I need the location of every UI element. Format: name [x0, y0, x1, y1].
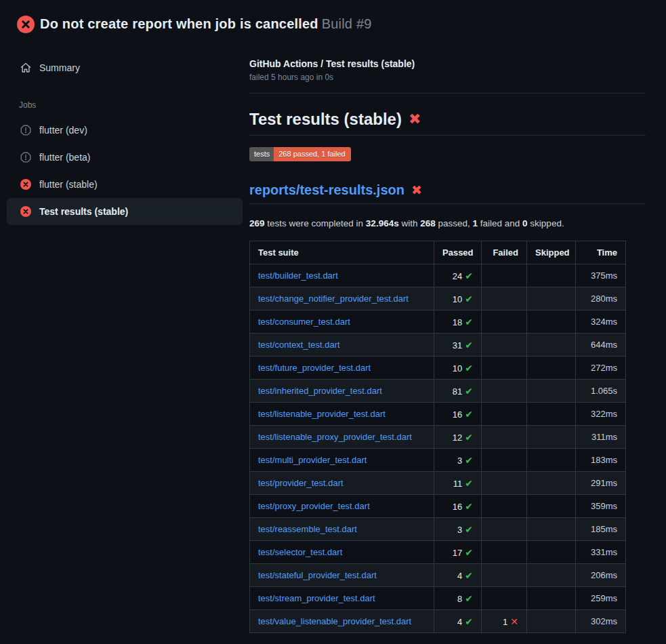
skipped-cell [527, 587, 576, 610]
sidebar-item-summary[interactable]: Summary [7, 54, 243, 81]
failed-cell [482, 380, 527, 403]
failed-cell [482, 472, 527, 495]
passed-cell: 8✔ [434, 587, 482, 610]
time-cell: 302ms [576, 610, 626, 633]
table-row: test/future_provider_test.dart10✔272ms [250, 357, 626, 380]
col-header-failed: Failed [482, 241, 527, 264]
suite-link[interactable]: test/consumer_test.dart [258, 317, 350, 327]
table-row: test/provider_test.dart11✔291ms [250, 472, 626, 495]
time-cell: 259ms [576, 587, 626, 610]
suite-link[interactable]: test/future_provider_test.dart [258, 363, 371, 373]
sidebar: Summary Jobs flutter (dev) flut [0, 38, 249, 225]
suite-link[interactable]: test/listenable_provider_test.dart [258, 409, 386, 419]
passed-count: 268 [420, 218, 436, 228]
suite-link[interactable]: test/value_listenable_provider_test.dart [258, 616, 411, 626]
sidebar-item-label: Summary [39, 62, 80, 73]
check-icon: ✔ [465, 570, 473, 581]
failed-cell: 1✕ [482, 610, 527, 633]
skipped-cell [527, 380, 576, 403]
passed-cell: 10✔ [434, 287, 482, 310]
sidebar-item-flutter-beta[interactable]: flutter (beta) [7, 144, 243, 171]
suite-link[interactable]: test/stream_provider_test.dart [258, 593, 375, 603]
sidebar-item-label: flutter (beta) [39, 152, 90, 163]
time-cell: 280ms [576, 287, 626, 310]
suite-link[interactable]: test/multi_provider_test.dart [258, 455, 367, 465]
suite-cell: test/stream_provider_test.dart [250, 587, 434, 610]
suite-cell: test/listenable_provider_test.dart [250, 403, 434, 426]
suite-link[interactable]: test/reassemble_test.dart [258, 524, 357, 534]
skipped-cell [527, 334, 576, 357]
summary-line: 269 tests were completed in 32.964s with… [249, 218, 646, 228]
suite-link[interactable]: test/selector_test.dart [258, 547, 342, 557]
passed-cell: 81✔ [434, 380, 482, 403]
total-count: 269 [249, 218, 265, 228]
skipped-cell [527, 357, 576, 380]
build-number: Build #9 [322, 16, 372, 31]
time-cell: 291ms [576, 472, 626, 495]
suite-link[interactable]: test/listenable_proxy_provider_test.dart [258, 432, 412, 442]
passed-cell: 31✔ [434, 334, 482, 357]
suite-cell: test/provider_test.dart [250, 472, 434, 495]
sidebar-item-label: flutter (dev) [39, 125, 87, 136]
suite-cell: test/stateful_provider_test.dart [250, 564, 434, 587]
failed-count: 1 [473, 218, 478, 228]
failed-x-icon: ✖ [411, 182, 422, 198]
suite-link[interactable]: test/inherited_provider_test.dart [258, 386, 382, 396]
duration: 32.964s [366, 218, 399, 228]
passed-cell: 24✔ [434, 264, 482, 287]
time-cell: 183ms [576, 449, 626, 472]
page-header: Do not create report when job is cancell… [0, 0, 666, 38]
skipped-cell [527, 541, 576, 564]
failed-cell [482, 495, 527, 518]
report-link[interactable]: reports/test-results.json [249, 182, 404, 198]
check-icon: ✔ [465, 340, 473, 350]
table-row: test/context_test.dart31✔644ms [250, 334, 626, 357]
failed-cell [482, 334, 527, 357]
suite-cell: test/future_provider_test.dart [250, 357, 434, 380]
check-icon: ✔ [465, 270, 473, 281]
sidebar-item-label: Test results (stable) [39, 206, 128, 217]
passed-cell: 16✔ [434, 403, 482, 426]
sidebar-item-test-results-stable[interactable]: Test results (stable) [7, 198, 243, 225]
skipped-cell [527, 518, 576, 541]
check-icon: ✔ [465, 363, 473, 374]
check-icon: ✔ [465, 524, 473, 535]
sidebar-item-flutter-dev[interactable]: flutter (dev) [7, 117, 243, 144]
check-icon: ✔ [465, 501, 473, 512]
suite-link[interactable]: test/proxy_provider_test.dart [258, 501, 370, 511]
table-row: test/inherited_provider_test.dart81✔1.06… [250, 380, 626, 403]
check-icon: ✔ [465, 478, 473, 489]
job-breadcrumb: GitHub Actions / Test results (stable) [249, 58, 646, 69]
suite-link[interactable]: test/change_notifier_provider_test.dart [258, 294, 409, 304]
time-cell: 644ms [576, 334, 626, 357]
col-header-time: Time [576, 241, 626, 264]
failed-cell [482, 310, 527, 334]
time-cell: 359ms [576, 495, 626, 518]
suite-link[interactable]: test/stateful_provider_test.dart [258, 570, 377, 580]
skipped-cell [527, 564, 576, 587]
passed-cell: 10✔ [434, 357, 482, 380]
run-title: Do not create report when job is cancell… [40, 16, 318, 31]
table-row: test/stream_provider_test.dart8✔259ms [250, 587, 626, 610]
failed-x-icon: ✖ [409, 110, 421, 128]
table-header-row: Test suite Passed Failed Skipped Time [250, 241, 626, 264]
suite-link[interactable]: test/context_test.dart [258, 340, 340, 350]
sidebar-item-label: flutter (stable) [39, 179, 98, 190]
skipped-cell [527, 495, 576, 518]
tests-badge[interactable]: tests 268 passed, 1 failed [249, 147, 351, 161]
skipped-cell [527, 426, 576, 449]
table-row: test/consumer_test.dart18✔324ms [250, 310, 626, 334]
suite-cell: test/consumer_test.dart [250, 310, 434, 334]
passed-cell: 3✔ [434, 518, 482, 541]
jobs-section-label: Jobs [19, 100, 243, 110]
col-header-passed: Passed [434, 241, 482, 264]
home-icon [20, 62, 31, 73]
suite-link[interactable]: test/builder_test.dart [258, 270, 338, 281]
passed-cell: 11✔ [434, 472, 482, 495]
check-icon: ✔ [465, 593, 473, 604]
failed-cell [482, 449, 527, 472]
sidebar-item-flutter-stable[interactable]: flutter (stable) [7, 171, 243, 198]
time-cell: 185ms [576, 518, 626, 541]
table-row: test/selector_test.dart17✔331ms [250, 541, 626, 564]
suite-link[interactable]: test/provider_test.dart [258, 478, 344, 488]
